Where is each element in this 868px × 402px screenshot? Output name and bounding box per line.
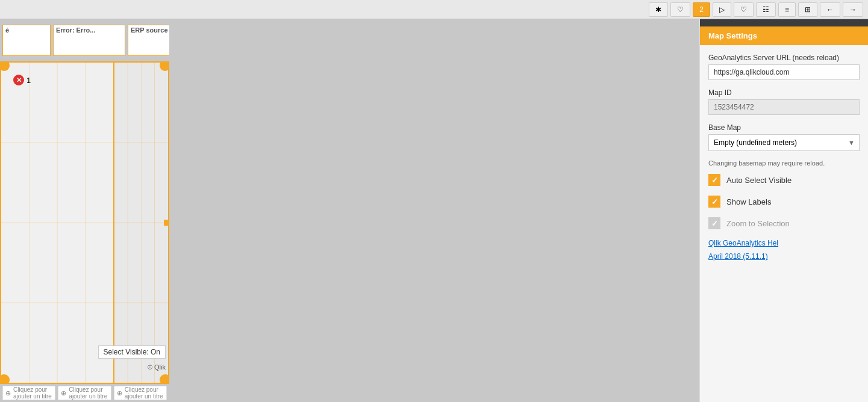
map-id-label: Map ID [708, 88, 860, 97]
toolbar-btn-8[interactable]: ⊞ [798, 2, 817, 17]
filter-label-error: Error: Erro... [56, 26, 122, 34]
toolbar-btn-6[interactable]: ☷ [756, 2, 776, 17]
auto-select-visible-label: Auto Select Visible [726, 176, 792, 185]
filter-label-e: é [5, 26, 48, 34]
bottom-label-1: Cliquez pour ajouter un titre [13, 386, 52, 400]
filter-cell-e[interactable]: é [2, 25, 51, 56]
right-panel: 🌐 GeoAnalytics Map Map Settings GeoAnaly… [699, 0, 868, 402]
base-map-note: Changing basemap may require reload. [708, 159, 860, 167]
add-icon-1: ⊕ [5, 389, 11, 397]
base-map-group: Base Map Empty (undefined meters) ▼ [708, 123, 860, 151]
panel-body: GeoAnalytics Server URL (needs reload) M… [700, 45, 868, 402]
server-url-label: GeoAnalytics Server URL (needs reload) [708, 54, 860, 62]
add-icon-3: ⊕ [117, 389, 122, 397]
bottom-cell-3[interactable]: ⊕ Cliquez pour ajouter un titre [114, 386, 167, 400]
panel-section-title: Map Settings [700, 26, 868, 45]
server-url-input[interactable] [708, 64, 860, 80]
toolbar-btn-3[interactable]: 2 [693, 2, 710, 17]
corner-handle-bl[interactable] [0, 374, 10, 384]
bottom-label-3: Cliquez pour ajouter un titre [125, 386, 164, 400]
show-labels-row: ✓ Show Labels [708, 196, 860, 208]
error-icon: ✕ [13, 75, 24, 85]
error-count: 1 [27, 76, 31, 85]
toolbar-btn-1[interactable]: ✱ [649, 2, 668, 17]
error-badge: ✕ 1 [13, 75, 31, 85]
bottom-cell-1[interactable]: ⊕ Cliquez pour ajouter un titre [2, 386, 55, 400]
show-labels-label: Show Labels [726, 197, 771, 206]
base-map-label: Base Map [708, 123, 860, 132]
top-toolbar: ✱ ♡ 2 ▷ ♡ ☷ ≡ ⊞ ← → [0, 0, 868, 19]
map-inner: ✕ 1 [1, 63, 114, 383]
map-id-group: Map ID [708, 88, 860, 115]
map-canvas[interactable]: ✕ 1 Select Visible: On © Qlik [0, 61, 169, 384]
base-map-dropdown-wrapper: Empty (undefined meters) ▼ [708, 134, 860, 151]
zoom-to-selection-checkbox[interactable]: ✓ [708, 217, 720, 229]
toolbar-btn-4[interactable]: ▷ [713, 2, 731, 17]
toolbar-btn-5[interactable]: ♡ [734, 2, 754, 17]
zoom-to-selection-label: Zoom to Selection [726, 219, 790, 228]
map-id-input [708, 99, 860, 115]
select-visible-overlay: Select Visible: On [98, 345, 166, 359]
corner-handle-tr[interactable] [160, 61, 169, 71]
base-map-select[interactable]: Empty (undefined meters) [708, 134, 860, 151]
checkmark-icon-2: ✓ [711, 197, 718, 206]
bottom-strip: ⊕ Cliquez pour ajouter un titre ⊕ Clique… [0, 384, 169, 402]
map-grid-svg [1, 63, 113, 383]
help-link[interactable]: Qlik GeoAnalytics Hel [708, 239, 860, 247]
toolbar-btn-2[interactable]: ♡ [670, 2, 690, 17]
toolbar-btn-back[interactable]: ← [820, 2, 840, 17]
zoom-to-selection-row: ✓ Zoom to Selection [708, 217, 860, 229]
filter-label-erp: ERP source [131, 26, 169, 34]
filter-bar: é Error: Erro... ERP source Entité Pole … [0, 19, 169, 61]
auto-select-visible-row: ✓ Auto Select Visible [708, 174, 860, 186]
version-link[interactable]: April 2018 (5.11.1) [708, 252, 860, 261]
add-icon-2: ⊕ [61, 389, 66, 397]
filter-cell-erp[interactable]: ERP source [128, 25, 169, 56]
checkmark-icon-3: ✓ [711, 219, 718, 228]
bottom-label-2: Cliquez pour ajouter un titre [69, 386, 108, 400]
bottom-cell-2[interactable]: ⊕ Cliquez pour ajouter un titre [58, 386, 111, 400]
checkmark-icon-1: ✓ [711, 176, 718, 185]
corner-handle-br[interactable] [160, 374, 169, 384]
copyright: © Qlik [148, 363, 166, 371]
mid-handle-right[interactable] [164, 220, 169, 226]
auto-select-visible-checkbox[interactable]: ✓ [708, 174, 720, 186]
show-labels-checkbox[interactable]: ✓ [708, 196, 720, 208]
filter-cell-error[interactable]: Error: Erro... [53, 25, 125, 56]
server-url-group: GeoAnalytics Server URL (needs reload) [708, 54, 860, 80]
toolbar-btn-forward[interactable]: → [843, 2, 863, 17]
toolbar-btn-7[interactable]: ≡ [778, 2, 796, 17]
map-right-grid [114, 63, 168, 383]
